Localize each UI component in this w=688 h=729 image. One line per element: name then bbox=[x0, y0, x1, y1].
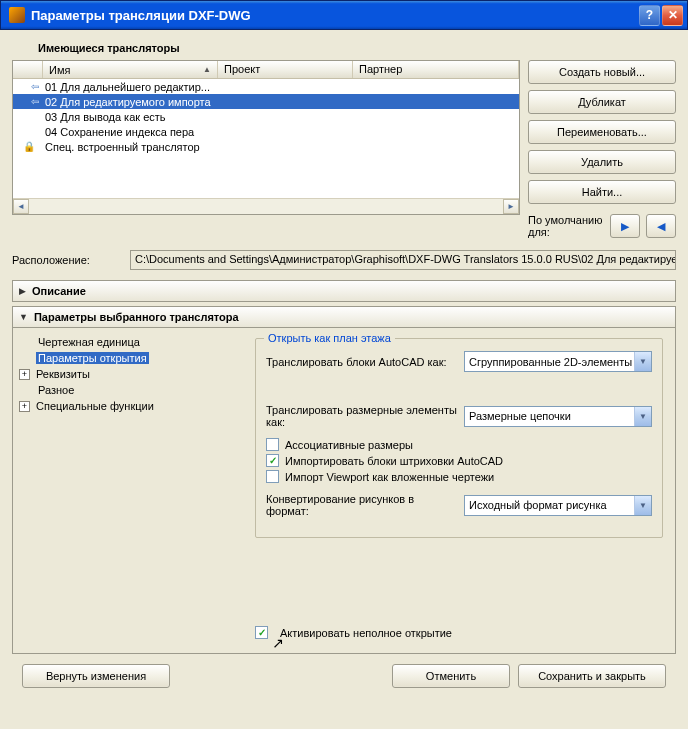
scroll-right-icon[interactable]: ► bbox=[503, 199, 519, 214]
lock-icon: 🔒 bbox=[15, 141, 43, 152]
location-label: Расположение: bbox=[12, 254, 122, 266]
convert-pics-combo[interactable]: Исходный формат рисунка ▼ bbox=[464, 495, 652, 516]
scroll-left-icon[interactable]: ◄ bbox=[13, 199, 29, 214]
tree-item-attributes[interactable]: +Реквизиты bbox=[17, 366, 239, 382]
translate-blocks-combo[interactable]: Сгруппированные 2D-элементы ▼ bbox=[464, 351, 652, 372]
tree-item-misc[interactable]: Разное bbox=[17, 382, 239, 398]
expand-icon[interactable]: + bbox=[19, 401, 30, 412]
chevron-down-icon: ▼ bbox=[634, 496, 651, 515]
translators-heading: Имеющиеся трансляторы bbox=[38, 42, 676, 54]
open-as-floor-plan-group: Открыть как план этажа Транслировать бло… bbox=[255, 338, 663, 538]
rename-button[interactable]: Переименовать... bbox=[528, 120, 676, 144]
checkbox-checked-icon: ✓ bbox=[255, 626, 268, 639]
close-button[interactable]: ✕ bbox=[662, 5, 683, 26]
chevron-right-icon: ▶ bbox=[19, 286, 26, 296]
col-name[interactable]: Имя▲ bbox=[43, 61, 218, 78]
chevron-down-icon: ▼ bbox=[634, 352, 651, 371]
list-header: Имя▲ Проект Партнер bbox=[13, 61, 519, 79]
duplicate-button[interactable]: Дубликат bbox=[528, 90, 676, 114]
description-accordion[interactable]: ▶ Описание bbox=[12, 280, 676, 302]
delete-button[interactable]: Удалить bbox=[528, 150, 676, 174]
chevron-down-icon: ▼ bbox=[19, 312, 28, 322]
tree-item-special[interactable]: +Специальные функции bbox=[17, 398, 239, 414]
table-row[interactable]: ⇦01 Для дальнейшего редактир... bbox=[13, 79, 519, 94]
find-button[interactable]: Найти... bbox=[528, 180, 676, 204]
import-icon: ⇦ bbox=[15, 81, 43, 92]
default-import-button[interactable]: ▶ bbox=[610, 214, 640, 238]
app-icon bbox=[9, 7, 25, 23]
arrow-left-icon: ◀ bbox=[657, 220, 665, 233]
assoc-dims-checkbox[interactable]: Ассоциативные размеры bbox=[266, 438, 652, 451]
col-icon[interactable] bbox=[13, 61, 43, 78]
translate-dims-combo[interactable]: Размерные цепочки ▼ bbox=[464, 406, 652, 427]
table-row[interactable]: 04 Сохранение индекса пера bbox=[13, 124, 519, 139]
checkbox-icon bbox=[266, 470, 279, 483]
convert-pics-label: Конвертирование рисунков в формат: bbox=[266, 493, 458, 517]
save-close-button[interactable]: Сохранить и закрыть bbox=[518, 664, 666, 688]
params-accordion[interactable]: ▼ Параметры выбранного транслятора bbox=[12, 306, 676, 328]
col-partner[interactable]: Партнер bbox=[353, 61, 519, 78]
tree-item-open-params[interactable]: Параметры открытия bbox=[17, 350, 239, 366]
translators-list: Имя▲ Проект Партнер ⇦01 Для дальнейшего … bbox=[12, 60, 520, 215]
table-row[interactable]: ⇦02 Для редактируемого импорта bbox=[13, 94, 519, 109]
window-title: Параметры трансляции DXF-DWG bbox=[29, 8, 637, 23]
revert-button[interactable]: Вернуть изменения bbox=[22, 664, 170, 688]
translate-dims-label: Транслировать размерные элементы как: bbox=[266, 404, 458, 428]
sort-indicator-icon: ▲ bbox=[203, 65, 211, 74]
import-hatch-checkbox[interactable]: ✓ Импортировать блоки штриховки AutoCAD bbox=[266, 454, 652, 467]
translate-blocks-label: Транслировать блоки AutoCAD как: bbox=[266, 356, 458, 368]
cancel-button[interactable]: Отменить bbox=[392, 664, 510, 688]
default-for-label: По умолчанию для: bbox=[528, 214, 604, 238]
horizontal-scrollbar[interactable]: ◄ ► bbox=[13, 198, 519, 214]
group-legend: Открыть как план этажа bbox=[264, 332, 395, 344]
chevron-down-icon: ▼ bbox=[634, 407, 651, 426]
arrow-right-icon: ▶ bbox=[621, 220, 629, 233]
checkbox-icon bbox=[266, 438, 279, 451]
category-tree: Чертежная единица Параметры открытия +Ре… bbox=[13, 328, 243, 653]
table-row[interactable]: 03 Для вывода как есть bbox=[13, 109, 519, 124]
help-button[interactable]: ? bbox=[639, 5, 660, 26]
col-project[interactable]: Проект bbox=[218, 61, 353, 78]
partial-open-checkbox[interactable]: ✓ Активировать неполное открытие bbox=[255, 626, 663, 639]
tree-item-drawing-unit[interactable]: Чертежная единица bbox=[17, 334, 239, 350]
location-field: C:\Documents and Settings\Администратор\… bbox=[130, 250, 676, 270]
create-new-button[interactable]: Создать новый... bbox=[528, 60, 676, 84]
titlebar: Параметры трансляции DXF-DWG ? ✕ bbox=[0, 0, 688, 30]
import-icon: ⇦ bbox=[15, 96, 43, 107]
default-export-button[interactable]: ◀ bbox=[646, 214, 676, 238]
table-row[interactable]: 🔒Спец. встроенный транслятор bbox=[13, 139, 519, 154]
expand-icon[interactable]: + bbox=[19, 369, 30, 380]
import-viewport-checkbox[interactable]: Импорт Viewport как вложенные чертежи bbox=[266, 470, 652, 483]
checkbox-checked-icon: ✓ bbox=[266, 454, 279, 467]
